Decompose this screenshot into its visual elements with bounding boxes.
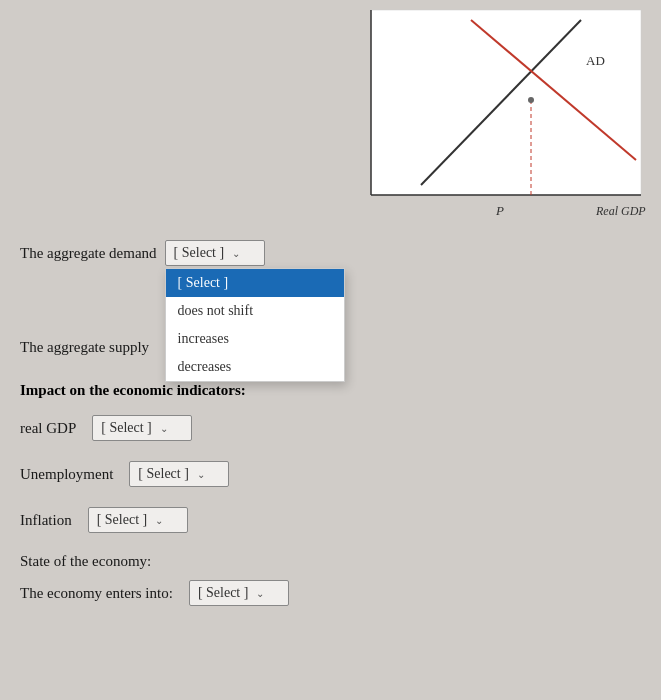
inflation-label: Inflation [20, 512, 72, 529]
aggregate-demand-dropdown-menu: [ Select ] does not shift increases decr… [165, 268, 345, 382]
inflation-row: Inflation [ Select ] ⌄ [20, 507, 641, 533]
economy-enters-label: The economy enters into: [20, 585, 173, 602]
economics-chart: P Real GDP AD [341, 0, 661, 230]
dropdown-option-does-not-shift[interactable]: does not shift [166, 297, 344, 325]
real-gdp-row: real GDP [ Select ] ⌄ [20, 415, 641, 441]
svg-text:Real GDP: Real GDP [595, 204, 646, 218]
chevron-down-icon-economy: ⌄ [256, 588, 264, 599]
inflation-select[interactable]: [ Select ] ⌄ [88, 507, 188, 533]
aggregate-demand-dropdown-container: [ Select ] ⌄ [ Select ] does not shift i… [165, 240, 265, 266]
aggregate-demand-select[interactable]: [ Select ] ⌄ [165, 240, 265, 266]
aggregate-demand-label: The aggregate demand [20, 245, 157, 262]
economy-enters-row: The economy enters into: [ Select ] ⌄ [20, 580, 641, 606]
chart-area: P Real GDP AD [0, 0, 661, 230]
chevron-down-icon-unemployment: ⌄ [197, 469, 205, 480]
svg-rect-0 [371, 10, 641, 195]
dropdown-option-select[interactable]: [ Select ] [166, 269, 344, 297]
svg-point-9 [528, 97, 534, 103]
chevron-down-icon: ⌄ [232, 248, 240, 259]
aggregate-demand-row: The aggregate demand [ Select ] ⌄ [ Sele… [20, 240, 641, 266]
unemployment-select[interactable]: [ Select ] ⌄ [129, 461, 229, 487]
chevron-down-icon-gdp: ⌄ [160, 423, 168, 434]
main-content: The aggregate demand [ Select ] ⌄ [ Sele… [0, 230, 661, 626]
svg-text:P: P [495, 203, 504, 218]
impact-section: Impact on the economic indicators: real … [20, 382, 641, 533]
aggregate-supply-label: The aggregate supply [20, 339, 149, 356]
real-gdp-label: real GDP [20, 420, 76, 437]
dropdown-option-decreases[interactable]: decreases [166, 353, 344, 381]
impact-label: Impact on the economic indicators: [20, 382, 641, 399]
dropdown-option-increases[interactable]: increases [166, 325, 344, 353]
unemployment-label: Unemployment [20, 466, 113, 483]
real-gdp-select[interactable]: [ Select ] ⌄ [92, 415, 192, 441]
economy-enters-select[interactable]: [ Select ] ⌄ [189, 580, 289, 606]
chevron-down-icon-inflation: ⌄ [155, 515, 163, 526]
state-economy-section: State of the economy: The economy enters… [20, 553, 641, 606]
svg-text:AD: AD [586, 53, 605, 68]
state-economy-label: State of the economy: [20, 553, 641, 570]
unemployment-row: Unemployment [ Select ] ⌄ [20, 461, 641, 487]
